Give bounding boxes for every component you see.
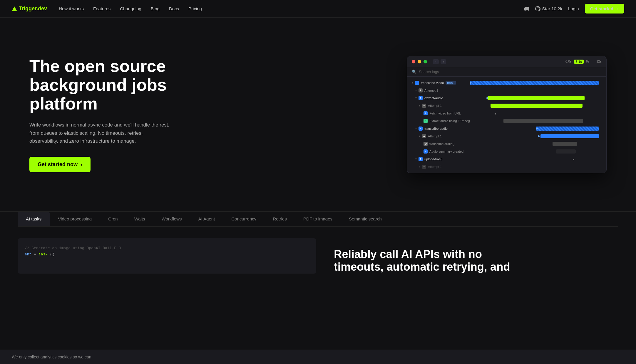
fn-icon: ⚙ bbox=[424, 142, 428, 146]
time-0s: 0.0s bbox=[565, 60, 572, 64]
get-started-nav-button[interactable]: Get started → bbox=[585, 4, 624, 14]
search-placeholder: Search logs bbox=[419, 70, 439, 74]
logo-icon bbox=[12, 6, 17, 11]
nav-blog[interactable]: Blog bbox=[151, 6, 160, 11]
time-6s: 6s bbox=[586, 60, 590, 64]
tab-cron[interactable]: Cron bbox=[100, 212, 126, 227]
hero-left: The open source background jobs platform… bbox=[29, 57, 182, 172]
dash-controls: ‹ › bbox=[433, 59, 446, 64]
table-row: i Audio summary created bbox=[407, 148, 606, 155]
step-icon: i bbox=[424, 111, 428, 115]
search-icon: 🔍 bbox=[412, 70, 416, 74]
time-12s: 12s bbox=[596, 60, 602, 64]
get-started-now-button[interactable]: Get started now › bbox=[29, 157, 91, 172]
tab-waits[interactable]: Waits bbox=[126, 212, 153, 227]
nav-pricing[interactable]: Pricing bbox=[188, 6, 202, 11]
table-row: ▾ T transcribe-audio bbox=[407, 125, 606, 132]
right-heading: Reliably call AI APIs with no timeouts, … bbox=[334, 248, 618, 274]
forward-button[interactable]: › bbox=[441, 59, 446, 64]
tab-video-processing[interactable]: Video processing bbox=[50, 212, 100, 227]
tabs-section: AI tasks Video processing Cron Waits Wor… bbox=[0, 211, 636, 227]
task-icon: T bbox=[419, 96, 423, 100]
login-link[interactable]: Login bbox=[568, 6, 579, 11]
attempt-icon: A bbox=[422, 104, 426, 108]
nav-right: Star 10.2k Login Get started → bbox=[524, 4, 624, 14]
tab-workflows[interactable]: Workflows bbox=[153, 212, 190, 227]
step-icon: i bbox=[424, 149, 428, 154]
star-label: Star 10.2k bbox=[542, 6, 562, 11]
table-row: ▾ T extract-audio bbox=[407, 94, 606, 102]
table-row: ▾ A Attempt 1 bbox=[407, 163, 606, 171]
navbar: Trigger.dev How it works Features Change… bbox=[0, 0, 636, 18]
logo-text: Trigger.dev bbox=[19, 6, 47, 12]
table-row: ▾ A Attempt 1 bbox=[407, 132, 606, 140]
tab-concurrency[interactable]: Concurrency bbox=[223, 212, 265, 227]
nav-links: How it works Features Changelog Blog Doc… bbox=[59, 6, 524, 11]
nav-how-it-works[interactable]: How it works bbox=[59, 6, 84, 11]
github-star-link[interactable]: Star 10.2k bbox=[535, 6, 562, 11]
nav-docs[interactable]: Docs bbox=[169, 6, 179, 11]
tab-semantic-search[interactable]: Semantic search bbox=[341, 212, 390, 227]
table-row: ▾ T transcribe-video ROOT bbox=[407, 79, 606, 87]
nav-features[interactable]: Features bbox=[93, 6, 111, 11]
right-preview: Reliably call AI APIs with no timeouts, … bbox=[334, 238, 618, 274]
table-row: ▾ A Attempt 1 bbox=[407, 102, 606, 109]
timeline-labels: 0.0s 5.1s 6s 12s bbox=[565, 60, 602, 64]
timeline-body: ▾ T transcribe-video ROOT ▾ A bbox=[407, 77, 606, 173]
hero-section: The open source background jobs platform… bbox=[0, 18, 636, 205]
tab-retries[interactable]: Retries bbox=[265, 212, 295, 227]
window-dot-green bbox=[424, 60, 427, 63]
back-button[interactable]: ‹ bbox=[433, 59, 439, 64]
attempt-icon: A bbox=[419, 88, 423, 92]
window-dot-red bbox=[412, 60, 415, 63]
task-icon: T bbox=[419, 127, 423, 131]
attempt-icon: A bbox=[422, 134, 426, 138]
window-dot-yellow bbox=[418, 60, 421, 63]
task-icon: T bbox=[415, 81, 419, 85]
nav-changelog[interactable]: Changelog bbox=[120, 6, 141, 11]
table-row: ▾ A Attempt 1 bbox=[407, 87, 606, 94]
code-line: ent = task ({ bbox=[25, 252, 309, 258]
dashboard-titlebar: ‹ › 0.0s 5.1s 6s 12s bbox=[407, 56, 606, 67]
hero-right: ‹ › 0.0s 5.1s 6s 12s 🔍 Search logs bbox=[200, 56, 607, 173]
time-5s: 5.1s bbox=[574, 60, 584, 64]
task-icon: T bbox=[419, 157, 423, 161]
discord-link[interactable] bbox=[524, 6, 529, 11]
table-row: ✓ Extract audio using FFmpeg bbox=[407, 117, 606, 125]
tab-pdf-to-images[interactable]: PDF to images bbox=[295, 212, 341, 227]
code-line: // Generate an image using OpenAI Dall-E… bbox=[25, 245, 309, 252]
logo[interactable]: Trigger.dev bbox=[12, 6, 47, 12]
step-icon: ✓ bbox=[424, 119, 428, 123]
table-row: ⚙ transcribe.audio() bbox=[407, 140, 606, 148]
tabs-row: AI tasks Video processing Cron Waits Wor… bbox=[18, 212, 618, 227]
tab-ai-agent[interactable]: AI Agent bbox=[190, 212, 223, 227]
dashboard-preview: ‹ › 0.0s 5.1s 6s 12s 🔍 Search logs bbox=[407, 56, 607, 173]
table-row: ▾ T upload-to-s3 bbox=[407, 155, 606, 163]
table-row: i Fetch video from URL bbox=[407, 109, 606, 117]
bottom-preview: // Generate an image using OpenAI Dall-E… bbox=[0, 227, 636, 285]
tab-ai-tasks[interactable]: AI tasks bbox=[18, 212, 50, 227]
code-preview: // Generate an image using OpenAI Dall-E… bbox=[18, 238, 316, 274]
attempt-icon: A bbox=[422, 165, 426, 169]
hero-title: The open source background jobs platform bbox=[29, 57, 182, 113]
search-bar: 🔍 Search logs bbox=[407, 67, 606, 77]
hero-subtitle: Write workflows in normal async code and… bbox=[29, 121, 170, 145]
